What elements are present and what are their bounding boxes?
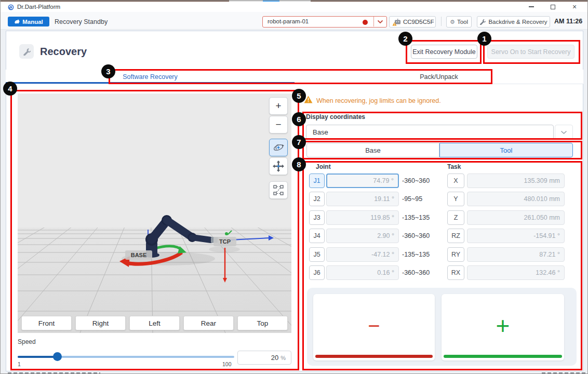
joint-j5-button[interactable]: J5: [309, 247, 325, 262]
recovery-icon-box: [19, 44, 34, 59]
joint-j3-value-field[interactable]: 119.85 °: [326, 210, 399, 225]
joint-j6-value-field[interactable]: 0.16 °: [326, 265, 399, 280]
dropdown-divider: [373, 17, 374, 26]
app-icon: [8, 4, 14, 10]
tcp-tag: TCP: [213, 237, 236, 246]
annotation-marker-4: 4: [3, 82, 17, 96]
joint-j3-range: -135~135: [402, 214, 430, 221]
joint-row-j2: J2 19.11 ° -95~95: [309, 192, 465, 206]
pan-move-icon: [273, 161, 284, 172]
task-row-x: X 135.309 mm: [447, 173, 567, 188]
view-top-button[interactable]: Top: [237, 316, 288, 330]
maximize-icon: [551, 5, 555, 9]
joint-j1-value-field[interactable]: 74.79 °: [326, 173, 399, 188]
task-row-ry: RY 87.21 °: [447, 247, 567, 262]
joint-j6-button[interactable]: J6: [309, 265, 325, 280]
robot-status-text: Recovery Standby: [55, 18, 108, 25]
window-title: Dr.Dart-Platform: [17, 4, 60, 10]
tab-software-recovery[interactable]: Software Recovery: [6, 70, 295, 84]
gear-icon: ⚙: [450, 19, 455, 25]
task-rx-button[interactable]: RX: [447, 265, 464, 280]
robot-param-value: robot-param-01: [268, 18, 309, 24]
zoom-in-button[interactable]: +: [269, 97, 288, 115]
zoom-out-button[interactable]: −: [269, 116, 288, 133]
joint-j1-range: -360~360: [402, 177, 430, 184]
view-front-button[interactable]: Front: [21, 316, 72, 330]
jog-plus-glyph: +: [496, 312, 510, 340]
display-coordinates-select[interactable]: Base: [306, 125, 554, 140]
pan-move-button[interactable]: [269, 157, 288, 175]
robot-3d-viewport[interactable]: BASE TCP: [18, 94, 291, 333]
view-left-button[interactable]: Left: [129, 316, 180, 330]
manual-mode-badge[interactable]: Manual: [8, 17, 49, 26]
servo-on-button[interactable]: Servo On to Start Recovery: [487, 45, 574, 59]
annotation-marker-7: 7: [292, 135, 306, 149]
jog-plus-button[interactable]: +: [442, 294, 564, 360]
view-rear-button[interactable]: Rear: [183, 316, 234, 330]
chevron-down-icon: [560, 130, 567, 135]
robot-warning-icon: [392, 18, 402, 26]
jog-frame-button[interactable]: [269, 181, 288, 199]
task-x-button[interactable]: X: [447, 173, 464, 188]
maximize-button[interactable]: [544, 2, 562, 12]
joint-j3-button[interactable]: J3: [309, 210, 325, 225]
joint-j1-button[interactable]: J1: [309, 173, 325, 188]
manual-mode-icon: [14, 19, 20, 24]
task-row-rx: RX 132.46 °: [447, 265, 567, 280]
task-row-z: Z 261.050 mm: [447, 210, 567, 225]
task-rz-button[interactable]: RZ: [447, 229, 464, 243]
joint-row-j5: J5 -47.12 ° -135~135: [309, 247, 465, 262]
task-x-value-field[interactable]: 135.309 mm: [467, 173, 565, 188]
annotation-marker-5: 5: [292, 89, 306, 103]
frame-tab-base[interactable]: Base: [306, 143, 439, 157]
exit-recovery-module-button[interactable]: Exit Recovery Module: [411, 45, 477, 59]
view-right-button[interactable]: Right: [75, 316, 126, 330]
page-title: Recovery: [40, 46, 87, 58]
joint-j6-range: -360~360: [402, 269, 430, 276]
wrench-icon: [479, 19, 486, 25]
jog-limits-warning-text: When recovering, jog limits can be ignor…: [316, 97, 441, 104]
task-ry-value-field[interactable]: 87.21 °: [467, 247, 565, 262]
robot-param-dropdown[interactable]: robot-param-01: [262, 16, 387, 28]
task-y-value-field[interactable]: 480.010 mm: [467, 192, 565, 206]
annotation-marker-3: 3: [101, 64, 115, 78]
task-row-rz: RZ -154.91 °: [447, 229, 567, 243]
jog-minus-bar: [315, 355, 433, 358]
minimize-icon: [529, 6, 534, 7]
task-rx-value-field[interactable]: 132.46 °: [467, 265, 565, 280]
tool-button[interactable]: ⚙ Tool: [446, 16, 472, 28]
frame-tab-tool[interactable]: Tool: [439, 143, 573, 157]
speed-max-label: 100: [222, 361, 232, 367]
backdrive-recovery-button[interactable]: Backdrive & Recovery: [477, 16, 550, 28]
viewport-sky: [18, 94, 291, 228]
task-z-button[interactable]: Z: [447, 210, 464, 225]
annotation-marker-8: 8: [292, 157, 306, 171]
display-coordinates-value: Base: [313, 128, 328, 136]
robot-serial-badge[interactable]: CC9D5C5F: [389, 16, 436, 28]
joint-row-j6: J6 0.16 ° -360~360: [309, 265, 465, 280]
chevron-down-icon: [377, 20, 383, 24]
task-y-button[interactable]: Y: [447, 192, 464, 206]
backdrive-recovery-label: Backdrive & Recovery: [488, 19, 547, 25]
task-rz-value-field[interactable]: -154.91 °: [467, 229, 565, 243]
wrench-icon: [23, 48, 31, 56]
speed-value-field[interactable]: 20 %: [237, 351, 291, 365]
joint-j4-button[interactable]: J4: [309, 229, 325, 243]
task-ry-button[interactable]: RY: [447, 247, 464, 262]
speed-unit: %: [280, 355, 286, 361]
orbit-rotate-button[interactable]: [269, 139, 288, 156]
joint-j2-button[interactable]: J2: [309, 192, 325, 206]
tab-pack-unpack[interactable]: Pack/Unpack: [295, 70, 583, 84]
joint-row-j1: J1 74.79 ° -360~360: [309, 173, 465, 188]
speed-slider-handle[interactable]: [53, 352, 62, 361]
minimize-button[interactable]: [523, 2, 540, 12]
joint-j2-value-field[interactable]: 19.11 °: [326, 192, 399, 206]
joint-j4-value-field[interactable]: 2.90 °: [326, 229, 399, 243]
joint-j5-value-field[interactable]: -47.12 °: [326, 247, 399, 262]
jog-minus-button[interactable]: −: [313, 294, 435, 360]
joint-j2-range: -95~95: [402, 195, 422, 203]
close-button[interactable]: ×: [566, 2, 583, 12]
display-coordinates-chevron-button[interactable]: [555, 125, 573, 140]
task-z-value-field[interactable]: 261.050 mm: [467, 210, 565, 225]
robot-3d-scene: BASE TCP: [18, 94, 291, 333]
